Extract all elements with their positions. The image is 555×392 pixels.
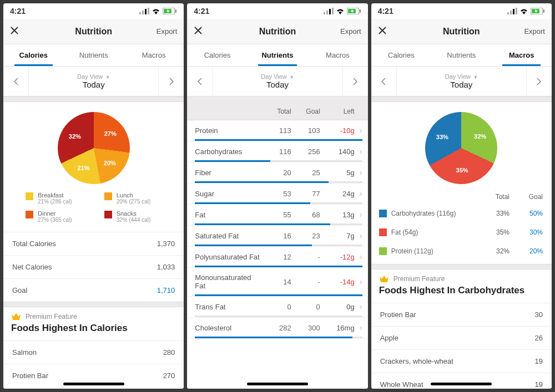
nutrient-goal: 256 (291, 147, 320, 156)
battery-icon (347, 8, 361, 14)
nutrient-name: Trans Fat (195, 303, 262, 311)
nutrient-row[interactable]: Protein 113 103 -10g › (187, 120, 367, 141)
food-row[interactable]: Protien Bar 30 (371, 303, 552, 326)
nutrient-total: 0 (263, 303, 291, 311)
svg-rect-0 (139, 12, 141, 14)
chevron-right-icon: › (355, 189, 362, 198)
nutrient-row[interactable]: Cholesterol 282 300 16mg › (187, 318, 367, 339)
col-goal: Goal (291, 108, 320, 115)
nutrient-bar (195, 139, 362, 141)
chevron-right-icon (169, 78, 174, 85)
signal-icon (324, 8, 334, 14)
tab-nutrients[interactable]: Nutrients (431, 44, 491, 66)
tab-calories[interactable]: Calories (187, 44, 247, 66)
nutrient-row[interactable]: Monounsaturated Fat 14 - -14g › (187, 268, 367, 297)
summary-row: Goal 1,710 (3, 278, 184, 302)
macro-name: Carbohydrates (116g) (391, 210, 476, 217)
caret-down-icon: ▼ (290, 75, 294, 80)
food-row[interactable]: Crackers, whole-wheat 19 (371, 349, 552, 373)
date-next[interactable] (342, 67, 368, 96)
highest-calories-title: Foods Highest In Calories (3, 322, 184, 340)
macro-row: Fat (54g) 35% 30% (371, 223, 552, 242)
export-button[interactable]: Export (147, 27, 177, 35)
food-name: Whole Wheat (380, 380, 423, 389)
wifi-icon (336, 8, 345, 14)
date-label: Today (397, 80, 526, 89)
chevron-left-icon (381, 78, 386, 85)
date-mode: Day View ▼ (397, 73, 526, 80)
nutrient-name: Saturated Fat (195, 232, 262, 240)
tab-macros[interactable]: Macros (307, 44, 367, 66)
nutrient-row[interactable]: Polyunsaturated Fat 12 - -12g › (187, 247, 367, 268)
food-value: 19 (535, 380, 543, 389)
date-center[interactable]: Day View ▼ Today (397, 73, 526, 89)
nutrients-list: Protein 113 103 -10g › Carbohydrates 116… (187, 120, 367, 389)
home-indicator[interactable] (431, 383, 492, 385)
nutrient-left: 16mg (320, 324, 355, 332)
food-name: Crackers, whole-wheat (380, 357, 453, 365)
tab-nutrients[interactable]: Nutrients (63, 44, 123, 66)
chevron-right-icon: › (355, 277, 362, 286)
close-icon (378, 26, 387, 35)
export-button[interactable]: Export (515, 27, 545, 35)
nutrient-row[interactable]: Trans Fat 0 0 0g › (187, 297, 367, 318)
nutrient-row[interactable]: Fat 55 68 13g › (187, 205, 367, 226)
legend-item: Dinner 27% (365 cal) (26, 210, 93, 223)
food-row[interactable]: Apple 26 (371, 326, 552, 349)
caret-down-icon: ▼ (473, 75, 478, 80)
export-button[interactable]: Export (331, 27, 361, 35)
nutrient-name: Protein (195, 126, 262, 135)
food-row[interactable]: Whole Wheat 19 (371, 373, 552, 389)
nutrient-total: 14 (263, 278, 291, 286)
date-prev[interactable] (371, 67, 397, 96)
nutrient-row[interactable]: Saturated Fat 16 23 7g › (187, 226, 367, 247)
highest-carbs-title: Foods Highest In Carbohydrates (371, 284, 552, 303)
pie-slice-label: 32% (69, 133, 81, 140)
macro-goal: 50% (509, 210, 543, 217)
nutrient-row[interactable]: Carbohydrates 116 256 140g › (187, 141, 367, 162)
close-button[interactable] (378, 26, 408, 37)
macros-table: Carbohydrates (116g) 33% 50% Fat (54g) 3… (371, 204, 552, 261)
date-prev[interactable] (187, 67, 213, 96)
battery-icon (163, 8, 177, 14)
date-center[interactable]: Day View ▼ Today (213, 73, 342, 89)
food-name: Protien Bar (380, 310, 416, 319)
nutrients-header: Total Goal Left (187, 96, 367, 120)
nutrient-goal: - (291, 253, 320, 261)
legend-name: Breakfast (38, 192, 72, 198)
date-center[interactable]: Day View ▼ Today (29, 73, 158, 89)
spacer (371, 96, 552, 102)
spacer (3, 302, 184, 307)
header: Nutrition Export (3, 19, 184, 44)
food-row[interactable]: Salmon 280 (3, 340, 184, 364)
date-mode: Day View ▼ (29, 73, 158, 80)
tab-macros[interactable]: Macros (492, 44, 552, 66)
chevron-right-icon: › (355, 147, 362, 156)
food-name: Apple (380, 334, 398, 342)
date-prev[interactable] (3, 67, 29, 96)
date-label: Today (213, 80, 342, 89)
nutrient-left: -14g (320, 278, 355, 286)
home-indicator[interactable] (247, 383, 308, 385)
legend-sub: 27% (365 cal) (38, 217, 72, 223)
nutrient-total: 16 (263, 232, 291, 240)
status-time: 4:21 (10, 7, 26, 16)
tab-macros[interactable]: Macros (124, 44, 184, 66)
caret-down-icon: ▼ (105, 75, 110, 80)
date-next[interactable] (158, 67, 184, 96)
macros-pie-wrap: 32%35%33% (371, 102, 552, 190)
tab-nutrients[interactable]: Nutrients (248, 44, 307, 66)
close-button[interactable] (194, 26, 224, 37)
date-next[interactable] (526, 67, 552, 96)
phone-nutrients: 4:21 Nutrition Export Calories Nutrients… (187, 3, 367, 389)
status-time: 4:21 (378, 7, 393, 16)
macro-row: Protein (112g) 32% 20% (371, 242, 552, 261)
home-indicator[interactable] (63, 383, 124, 385)
tab-calories[interactable]: Calories (3, 44, 63, 66)
nutrient-row[interactable]: Sugar 53 77 24g › (187, 184, 367, 205)
close-button[interactable] (10, 26, 40, 37)
nutrient-row[interactable]: Fiber 20 25 5g › (187, 162, 367, 184)
highest-carbs-list: Protien Bar 30Apple 26Crackers, whole-wh… (371, 303, 552, 389)
tab-calories[interactable]: Calories (371, 44, 431, 66)
food-name: Protien Bar (12, 371, 48, 380)
